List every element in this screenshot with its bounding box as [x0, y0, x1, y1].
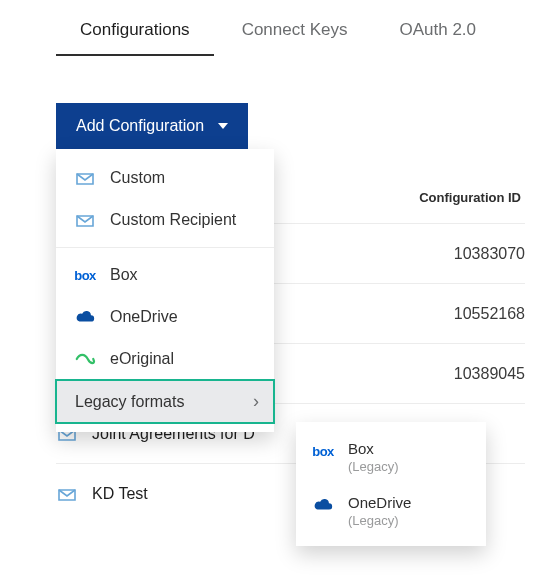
- box-icon: box: [312, 440, 334, 462]
- envelope-icon: [74, 209, 96, 231]
- add-configuration-menu: Custom Custom Recipient box Box OneDrive…: [56, 149, 274, 432]
- menu-label: Legacy formats: [75, 393, 184, 411]
- submenu-sublabel: (Legacy): [348, 513, 411, 528]
- menu-item-onedrive[interactable]: OneDrive: [56, 296, 274, 338]
- add-configuration-button[interactable]: Add Configuration: [56, 103, 248, 149]
- add-configuration-label: Add Configuration: [76, 117, 204, 135]
- menu-item-custom[interactable]: Custom: [56, 157, 274, 199]
- box-icon: box: [74, 264, 96, 286]
- menu-item-box[interactable]: box Box: [56, 254, 274, 296]
- chevron-right-icon: ›: [253, 391, 259, 412]
- onedrive-icon: [312, 494, 334, 516]
- cell-name: KD Test: [92, 485, 148, 503]
- menu-item-custom-recipient[interactable]: Custom Recipient: [56, 199, 274, 241]
- onedrive-icon: [74, 306, 96, 328]
- submenu-sublabel: (Legacy): [348, 459, 399, 474]
- caret-down-icon: [218, 123, 228, 129]
- menu-item-legacy-formats[interactable]: Legacy formats ›: [55, 379, 275, 424]
- submenu-label: Box: [348, 440, 399, 457]
- envelope-icon: [56, 483, 78, 505]
- cell-config-id: 10389045: [454, 365, 525, 383]
- cell-config-id: 10383070: [454, 245, 525, 263]
- envelope-icon: [74, 167, 96, 189]
- legacy-submenu: box Box (Legacy) OneDrive (Legacy): [296, 422, 486, 546]
- cell-config-id: 10552168: [454, 305, 525, 323]
- tabs-bar: Configurations Connect Keys OAuth 2.0: [0, 0, 547, 56]
- tab-oauth[interactable]: OAuth 2.0: [397, 14, 478, 56]
- menu-label: OneDrive: [110, 308, 178, 326]
- tab-configurations[interactable]: Configurations: [78, 14, 192, 56]
- tab-connect-keys[interactable]: Connect Keys: [240, 14, 350, 56]
- menu-label: Custom: [110, 169, 165, 187]
- menu-label: Box: [110, 266, 138, 284]
- submenu-item-onedrive-legacy[interactable]: OneDrive (Legacy): [296, 484, 486, 538]
- submenu-item-box-legacy[interactable]: box Box (Legacy): [296, 430, 486, 484]
- menu-item-eoriginal[interactable]: eOriginal: [56, 338, 274, 380]
- eoriginal-icon: [74, 348, 96, 370]
- menu-separator: [56, 247, 274, 248]
- menu-label: eOriginal: [110, 350, 174, 368]
- menu-label: Custom Recipient: [110, 211, 236, 229]
- submenu-label: OneDrive: [348, 494, 411, 511]
